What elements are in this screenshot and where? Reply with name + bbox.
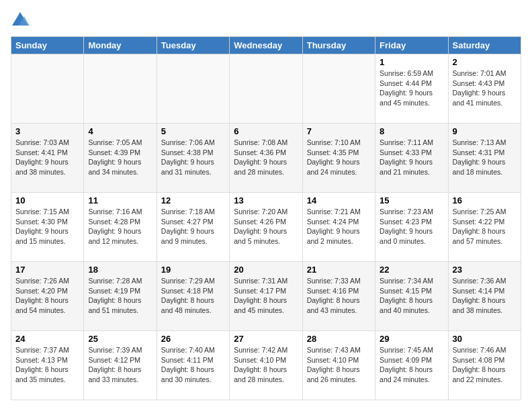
day-cell: 23Sunrise: 7:36 AM Sunset: 4:14 PM Dayli… [448, 262, 521, 331]
day-info: Sunrise: 7:21 AM Sunset: 4:24 PM Dayligh… [307, 207, 371, 246]
day-cell [11, 54, 84, 124]
day-info: Sunrise: 7:01 AM Sunset: 4:43 PM Dayligh… [453, 68, 517, 108]
day-info: Sunrise: 7:40 AM Sunset: 4:11 PM Dayligh… [161, 345, 225, 385]
header-thursday: Thursday [302, 37, 375, 54]
week-row-4: 24Sunrise: 7:37 AM Sunset: 4:13 PM Dayli… [11, 331, 521, 400]
day-cell: 5Sunrise: 7:06 AM Sunset: 4:38 PM Daylig… [157, 124, 229, 193]
day-info: Sunrise: 7:33 AM Sunset: 4:16 PM Dayligh… [307, 276, 371, 316]
day-cell: 3Sunrise: 7:03 AM Sunset: 4:41 PM Daylig… [11, 124, 84, 193]
day-cell: 19Sunrise: 7:29 AM Sunset: 4:18 PM Dayli… [157, 262, 229, 331]
day-cell: 10Sunrise: 7:15 AM Sunset: 4:30 PM Dayli… [11, 193, 84, 262]
day-info: Sunrise: 7:05 AM Sunset: 4:39 PM Dayligh… [88, 138, 152, 177]
week-row-2: 10Sunrise: 7:15 AM Sunset: 4:30 PM Dayli… [11, 193, 521, 262]
day-number: 3 [15, 126, 79, 136]
day-cell: 1Sunrise: 6:59 AM Sunset: 4:44 PM Daylig… [375, 54, 448, 124]
day-info: Sunrise: 7:31 AM Sunset: 4:17 PM Dayligh… [234, 276, 298, 316]
day-info: Sunrise: 7:29 AM Sunset: 4:18 PM Dayligh… [161, 276, 225, 316]
calendar: SundayMondayTuesdayWednesdayThursdayFrid… [11, 36, 521, 400]
day-number: 2 [453, 57, 517, 67]
day-number: 9 [453, 126, 517, 136]
day-cell: 11Sunrise: 7:16 AM Sunset: 4:28 PM Dayli… [84, 193, 157, 262]
day-cell: 15Sunrise: 7:23 AM Sunset: 4:23 PM Dayli… [375, 193, 448, 262]
day-number: 19 [161, 265, 225, 275]
day-cell [84, 54, 157, 124]
day-cell: 18Sunrise: 7:28 AM Sunset: 4:19 PM Dayli… [84, 262, 157, 331]
day-info: Sunrise: 7:25 AM Sunset: 4:22 PM Dayligh… [453, 207, 517, 246]
day-number: 1 [380, 57, 443, 67]
day-cell: 22Sunrise: 7:34 AM Sunset: 4:15 PM Dayli… [375, 262, 448, 331]
day-info: Sunrise: 7:34 AM Sunset: 4:15 PM Dayligh… [380, 276, 443, 316]
day-number: 21 [307, 265, 371, 275]
day-number: 12 [161, 195, 225, 205]
day-cell: 30Sunrise: 7:46 AM Sunset: 4:08 PM Dayli… [448, 331, 521, 400]
day-info: Sunrise: 7:18 AM Sunset: 4:27 PM Dayligh… [161, 207, 225, 246]
day-info: Sunrise: 7:13 AM Sunset: 4:31 PM Dayligh… [453, 138, 517, 177]
day-cell: 20Sunrise: 7:31 AM Sunset: 4:17 PM Dayli… [230, 262, 302, 331]
day-cell: 14Sunrise: 7:21 AM Sunset: 4:24 PM Dayli… [302, 193, 375, 262]
header [11, 11, 521, 30]
page: SundayMondayTuesdayWednesdayThursdayFrid… [0, 0, 532, 411]
day-cell: 17Sunrise: 7:26 AM Sunset: 4:20 PM Dayli… [11, 262, 84, 331]
day-number: 29 [380, 334, 443, 344]
day-number: 11 [88, 195, 152, 205]
day-number: 30 [453, 334, 517, 344]
day-number: 26 [161, 334, 225, 344]
week-row-1: 3Sunrise: 7:03 AM Sunset: 4:41 PM Daylig… [11, 124, 521, 193]
day-info: Sunrise: 7:03 AM Sunset: 4:41 PM Dayligh… [15, 138, 79, 177]
day-cell: 24Sunrise: 7:37 AM Sunset: 4:13 PM Dayli… [11, 331, 84, 400]
day-info: Sunrise: 7:10 AM Sunset: 4:35 PM Dayligh… [307, 138, 371, 177]
day-number: 15 [380, 195, 443, 205]
header-friday: Friday [375, 37, 448, 54]
day-cell: 13Sunrise: 7:20 AM Sunset: 4:26 PM Dayli… [230, 193, 302, 262]
day-cell: 7Sunrise: 7:10 AM Sunset: 4:35 PM Daylig… [302, 124, 375, 193]
day-cell: 4Sunrise: 7:05 AM Sunset: 4:39 PM Daylig… [84, 124, 157, 193]
day-cell: 28Sunrise: 7:43 AM Sunset: 4:10 PM Dayli… [302, 331, 375, 400]
day-cell: 6Sunrise: 7:08 AM Sunset: 4:36 PM Daylig… [230, 124, 302, 193]
day-cell: 2Sunrise: 7:01 AM Sunset: 4:43 PM Daylig… [448, 54, 521, 124]
day-number: 23 [453, 265, 517, 275]
header-saturday: Saturday [448, 37, 521, 54]
day-number: 24 [15, 334, 79, 344]
day-info: Sunrise: 7:45 AM Sunset: 4:09 PM Dayligh… [380, 345, 443, 385]
day-info: Sunrise: 6:59 AM Sunset: 4:44 PM Dayligh… [380, 68, 443, 108]
day-info: Sunrise: 7:46 AM Sunset: 4:08 PM Dayligh… [453, 345, 517, 385]
day-info: Sunrise: 7:26 AM Sunset: 4:20 PM Dayligh… [15, 276, 79, 316]
day-number: 10 [15, 195, 79, 205]
day-info: Sunrise: 7:23 AM Sunset: 4:23 PM Dayligh… [380, 207, 443, 246]
day-info: Sunrise: 7:37 AM Sunset: 4:13 PM Dayligh… [15, 345, 79, 385]
day-number: 16 [453, 195, 517, 205]
day-info: Sunrise: 7:42 AM Sunset: 4:10 PM Dayligh… [234, 345, 298, 385]
day-cell: 26Sunrise: 7:40 AM Sunset: 4:11 PM Dayli… [157, 331, 229, 400]
day-info: Sunrise: 7:11 AM Sunset: 4:33 PM Dayligh… [380, 138, 443, 177]
day-info: Sunrise: 7:08 AM Sunset: 4:36 PM Dayligh… [234, 138, 298, 177]
week-row-3: 17Sunrise: 7:26 AM Sunset: 4:20 PM Dayli… [11, 262, 521, 331]
day-info: Sunrise: 7:28 AM Sunset: 4:19 PM Dayligh… [88, 276, 152, 316]
logo-icon [11, 11, 30, 30]
day-info: Sunrise: 7:39 AM Sunset: 4:12 PM Dayligh… [88, 345, 152, 385]
day-number: 14 [307, 195, 371, 205]
day-number: 25 [88, 334, 152, 344]
day-cell: 25Sunrise: 7:39 AM Sunset: 4:12 PM Dayli… [84, 331, 157, 400]
day-number: 20 [234, 265, 298, 275]
day-info: Sunrise: 7:06 AM Sunset: 4:38 PM Dayligh… [161, 138, 225, 177]
day-cell [157, 54, 229, 124]
header-tuesday: Tuesday [157, 37, 229, 54]
day-number: 8 [380, 126, 443, 136]
day-number: 27 [234, 334, 298, 344]
day-cell: 29Sunrise: 7:45 AM Sunset: 4:09 PM Dayli… [375, 331, 448, 400]
header-wednesday: Wednesday [230, 37, 302, 54]
logo [11, 11, 32, 30]
day-info: Sunrise: 7:16 AM Sunset: 4:28 PM Dayligh… [88, 207, 152, 246]
day-number: 4 [88, 126, 152, 136]
day-cell [302, 54, 375, 124]
day-number: 22 [380, 265, 443, 275]
day-cell: 16Sunrise: 7:25 AM Sunset: 4:22 PM Dayli… [448, 193, 521, 262]
day-number: 18 [88, 265, 152, 275]
day-cell: 9Sunrise: 7:13 AM Sunset: 4:31 PM Daylig… [448, 124, 521, 193]
day-number: 13 [234, 195, 298, 205]
day-cell [230, 54, 302, 124]
day-number: 5 [161, 126, 225, 136]
day-number: 6 [234, 126, 298, 136]
day-cell: 27Sunrise: 7:42 AM Sunset: 4:10 PM Dayli… [230, 331, 302, 400]
header-sunday: Sunday [11, 37, 84, 54]
